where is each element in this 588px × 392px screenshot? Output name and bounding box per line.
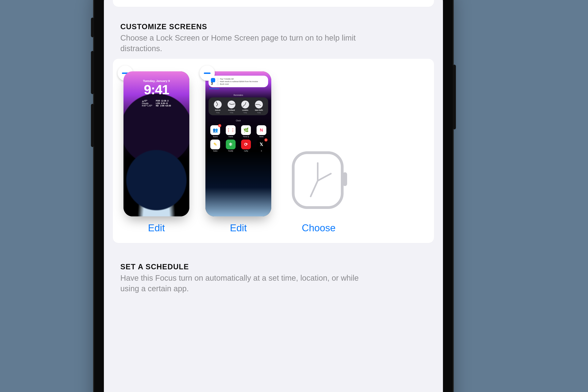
app-icon: 👥2: [210, 125, 220, 135]
app-asana: ⋮⋮Asana: [224, 125, 238, 138]
clock-city: DetroitToday: [211, 100, 224, 113]
phone-volume-up: [91, 51, 94, 94]
app-label: Feedly: [228, 150, 233, 152]
app-label: X: [261, 150, 262, 152]
lock-screen-date: Tuesday, January 9: [143, 79, 170, 82]
watch-choose-button[interactable]: Choose: [302, 222, 336, 234]
app-news: NNews: [255, 125, 268, 138]
lock-screen-widgets: ☁ 67° Cloudy H:67° L:57° POR 12:36 -3 LO…: [142, 100, 171, 107]
watch-placeholder-icon[interactable]: [289, 146, 348, 214]
options-row[interactable]: Options: [113, 0, 434, 7]
lock-screen-column: Tuesday, January 9 9:41 ☁ 67° Cloudy H:6…: [124, 71, 189, 234]
app-notes: ✎Notes: [208, 140, 222, 152]
badge: 1: [264, 138, 268, 142]
reminders-item: Pay T-Mobile bill: [217, 78, 266, 80]
schedule-header: SET A SCHEDULE Have this Focus turn on a…: [120, 263, 426, 294]
app-icon: N: [256, 125, 266, 135]
schedule-title: SET A SCHEDULE: [120, 263, 426, 271]
phone-volume-down: [91, 104, 94, 147]
app-label: Asana: [228, 136, 233, 138]
phone-frame: Options CUSTOMIZE SCREENS Choose a Lock …: [94, 0, 453, 392]
app-feedly: ⵐFeedly: [224, 140, 238, 152]
home-screen-thumbnail[interactable]: Pay T-Mobile billMark needs to subtract …: [206, 71, 271, 216]
home-screen-edit-button[interactable]: Edit: [230, 222, 247, 234]
app-icon: 𝕏1: [256, 140, 266, 149]
app-x: 𝕏1X: [255, 140, 268, 152]
badge: 2: [218, 124, 221, 127]
customize-screens-header: CUSTOMIZE SCREENS Choose a Lock Screen o…: [120, 22, 426, 54]
app-icon: ⵐ: [226, 140, 236, 149]
app-label: Teams: [213, 136, 218, 138]
lock-screen-time: 9:41: [144, 83, 169, 96]
app-label: News: [259, 136, 264, 138]
watch-column: Choose: [289, 146, 348, 234]
customize-screens-title: CUSTOMIZE SCREENS: [120, 22, 426, 31]
options-card: Options: [113, 0, 434, 7]
svg-line-3: [318, 174, 331, 181]
app-icon: 🌿: [241, 125, 251, 135]
reminders-widget: Pay T-Mobile billMark needs to subtract …: [208, 76, 268, 87]
svg-rect-1: [343, 172, 347, 186]
svg-line-4: [311, 181, 318, 196]
reminders-caption: Reminders: [234, 94, 243, 96]
phone-silent-switch: [91, 18, 94, 37]
phone-side-button: [453, 65, 456, 129]
reminders-item: Book rover: [217, 83, 266, 85]
app-label: Parse.ly: [243, 136, 249, 138]
schedule-subtitle: Have this Focus turn on automatically at…: [120, 273, 367, 294]
reminders-label: Reminders: [209, 88, 220, 90]
customize-screens-subtitle: Choose a Lock Screen or Home Screen page…: [120, 32, 367, 54]
phone-screen: Options CUSTOMIZE SCREENS Choose a Lock …: [104, 0, 443, 392]
clock-city: PortlandToday: [224, 100, 238, 113]
app-icon: ⋮⋮: [226, 125, 236, 135]
app-icon: ✎: [210, 140, 220, 149]
clock-city: LondonToday: [238, 100, 252, 113]
home-screen-column: Pay T-Mobile billMark needs to subtract …: [206, 71, 271, 234]
lock-screen-thumbnail[interactable]: Tuesday, January 9 9:41 ☁ 67° Cloudy H:6…: [124, 71, 189, 216]
clock-caption: Clock: [236, 120, 241, 122]
app-teams: 👥2Teams: [208, 125, 222, 138]
clock-city: New DelhiToday: [252, 100, 266, 113]
minus-icon: [204, 72, 210, 74]
home-screen-apps: 👥2Teams⋮⋮Asana🌿Parse.lyNNews✎NotesⵐFeedl…: [208, 125, 268, 152]
clock-widget: DetroitTodayPortlandTodayLondonTodayNew …: [208, 98, 268, 115]
app-authy: ⟳Authy: [239, 140, 253, 152]
reminders-item: Mark needs to subtract $2500 from his in…: [217, 80, 266, 83]
app-icon: ⟳: [241, 140, 251, 149]
lock-screen-edit-button[interactable]: Edit: [148, 222, 165, 234]
app-label: Notes: [213, 150, 217, 152]
customize-screens-card: Tuesday, January 9 9:41 ☁ 67° Cloudy H:6…: [113, 59, 434, 243]
app-label: Authy: [244, 150, 248, 152]
app-parsely: 🌿Parse.ly: [239, 125, 253, 138]
